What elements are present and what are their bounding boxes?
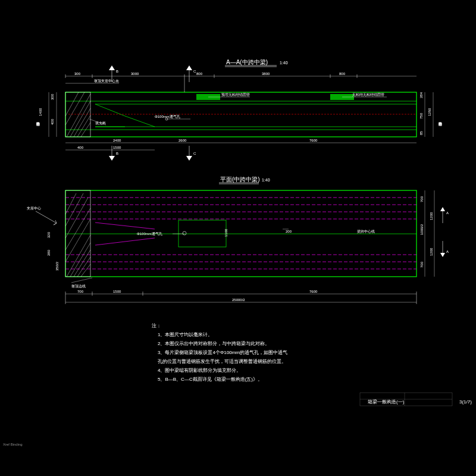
svg-text:3000: 3000 [131,72,139,76]
svg-text:1500: 1500 [113,290,121,293]
dims-elev-top: 300 3000 800 3800 800 墩顶支座中心点 [65,72,416,92]
note-1: 1、本图尺寸均以毫米计。 [158,332,212,337]
svg-text:跨梁中心线: 跨梁中心线 [439,122,443,126]
svg-text:1100: 1100 [224,228,228,237]
sheet-number: 3(1/7) [459,399,472,405]
svg-text:1000/2: 1000/2 [420,224,424,235]
section-title: A—A(中跨中梁) [226,59,268,65]
note-3b: 孔的位置与普通钢筋发生干扰，可适当调整普通钢筋的位置。 [158,359,286,364]
svg-text:7600: 7600 [309,139,318,142]
svg-text:400: 400 [77,146,84,149]
svg-text:2600: 2600 [178,139,187,142]
svg-text:预埋无粘结锚固管: 预埋无粘结锚固管 [221,93,250,96]
svg-rect-93 [178,220,226,247]
svg-text:1400: 1400 [39,108,42,116]
svg-text:B: B [116,70,118,73]
svg-text:梁跨中心线: 梁跨中心线 [357,229,375,233]
svg-text:700: 700 [77,290,84,293]
svg-text:C: C [193,152,196,155]
svg-text:320: 320 [47,231,51,238]
svg-text:284: 284 [419,92,423,98]
elevation-view: 300 3000 800 3800 800 墩顶支座中心点 B B C C 填充… [36,65,443,161]
svg-text:无粘结无粘结锚固管: 无粘结无粘结锚固管 [352,93,384,96]
svg-text:A: A [446,211,449,215]
plan-view: Φ100mm通气孔 200 1100 梁跨中心线 支座中心 320 280 35… [27,190,449,304]
svg-line-92 [65,193,76,214]
svg-text:跨梁中心线: 跨梁中心线 [36,122,40,126]
filler-hatch [65,92,90,137]
svg-text:Φ100mm通气孔: Φ100mm通气孔 [137,232,162,236]
xref-status: Xref Binding [3,443,23,446]
svg-rect-2 [65,92,416,137]
svg-line-9 [70,101,90,137]
svg-text:85: 85 [419,131,423,135]
svg-text:B: B [116,152,118,155]
svg-text:Φ100mm通气孔: Φ100mm通气孔 [155,115,180,118]
svg-text:200: 200 [286,230,292,233]
svg-line-88 [65,219,90,262]
svg-line-11 [77,115,90,137]
svg-text:1250: 1250 [428,108,431,116]
svg-line-80 [95,223,155,229]
svg-text:300: 300 [74,72,81,76]
svg-text:3800: 3800 [262,72,270,76]
svg-text:800: 800 [339,72,346,76]
svg-text:墩顶支座中心点: 墩顶支座中心点 [93,79,119,83]
note-3a: 3、每片梁侧箱梁顶板设置4个Φ100mm的通气孔，如图中通气 [158,350,287,355]
svg-text:800: 800 [196,72,203,76]
sheet-title: 箱梁一般构造(一) [368,399,405,405]
svg-line-91 [65,193,83,226]
svg-text:A: A [446,250,449,253]
svg-line-87 [81,264,90,277]
svg-text:支座中心: 支座中心 [27,206,41,210]
svg-line-13 [65,92,84,125]
svg-line-89 [65,208,90,250]
svg-text:700: 700 [420,196,424,202]
svg-point-94 [183,231,186,235]
notes-heading: 注： [152,323,161,328]
svg-line-8 [67,94,90,137]
cad-viewport[interactable]: A—A(中跨中梁) 1:40 [0,0,476,476]
svg-text:填充料: 填充料 [95,121,106,125]
svg-text:7600: 7600 [309,290,318,293]
svg-line-14 [65,92,79,116]
svg-text:750: 750 [419,112,423,119]
svg-text:C: C [193,70,196,73]
svg-rect-71 [65,190,416,277]
svg-text:1200: 1200 [430,212,433,220]
svg-text:280: 280 [47,249,51,256]
plan-title: 平面(中跨中梁) [220,176,260,183]
notes-block: 注： 1、本图尺寸均以毫米计。 2、本图仅示出中跨对称部分，与中跨箱梁与此对称。… [152,323,287,382]
section-scale: 1:40 [280,61,288,65]
svg-text:墩顶边线: 墩顶边线 [71,284,86,288]
note-5: 5、B—B、C—C截面详见《箱梁一般构造(五)》。 [158,377,262,382]
svg-line-106 [71,278,92,283]
note-2: 2、本图仅示出中跨对称部分，与中跨箱梁与此对称。 [158,341,270,346]
note-4: 4、图中梁端有阴影线部分为填充部分。 [158,368,241,373]
svg-text:25000/2: 25000/2 [232,298,245,302]
svg-text:300: 300 [51,93,54,100]
svg-text:350/2: 350/2 [55,261,59,271]
svg-text:1200: 1200 [430,248,433,256]
svg-text:700: 700 [420,261,424,268]
svg-text:2400: 2400 [113,139,121,142]
svg-line-85 [74,250,90,277]
svg-text:400: 400 [51,118,54,125]
plan-scale: 1:40 [262,178,270,182]
svg-line-84 [70,243,90,277]
svg-text:1500: 1500 [113,146,121,149]
svg-line-10 [74,108,90,137]
svg-line-81 [95,238,155,245]
